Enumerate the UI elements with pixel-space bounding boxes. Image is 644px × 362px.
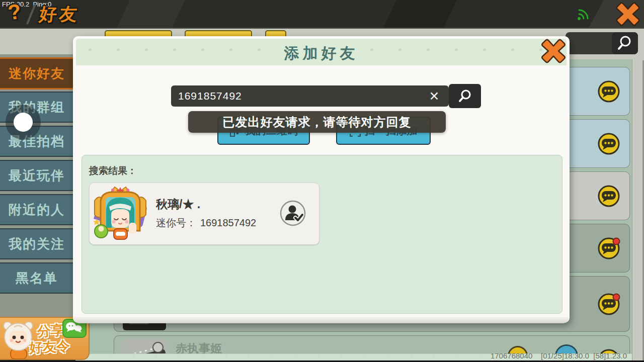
player-id-value: 1691857492 xyxy=(200,217,256,228)
add-friend-modal: 添加好友 1691857492 ✕ 我的二维码 xyxy=(73,36,570,323)
titlebar-decor xyxy=(383,0,457,28)
sidebar-tab-3[interactable]: 最近玩伴 xyxy=(0,160,74,191)
modal-3d-edge xyxy=(74,317,569,323)
screen: 赤执事姬 1706768040 [01/25]18:30.0 [58]1.23.… xyxy=(0,0,644,362)
touch-indicator-dot xyxy=(14,113,33,132)
friend-search-bar[interactable] xyxy=(566,32,638,54)
sidebar-tab-6[interactable]: 黑名单 xyxy=(0,262,74,294)
search-results-panel: 搜索结果： xyxy=(82,155,562,314)
modal-title: 添加好友 xyxy=(76,43,567,64)
mini-id-search-input[interactable]: 1691857492 ✕ xyxy=(171,85,449,107)
sidebar-tab-label: 附近的人 xyxy=(9,201,65,219)
magnifier-icon xyxy=(457,88,472,104)
network-signal-icon xyxy=(576,7,591,22)
chat-bubble-icon[interactable] xyxy=(597,237,620,260)
search-icon[interactable] xyxy=(612,32,638,54)
page-title: 好友 xyxy=(38,3,81,26)
player-result-card: 秋璃/★ . 迷你号：1691857492 xyxy=(89,183,319,245)
sidebar-tab-label: 迷你好友 xyxy=(9,65,65,82)
chat-bubble-icon[interactable] xyxy=(597,80,620,103)
sidebar-tab-0[interactable]: 迷你好友 xyxy=(0,57,74,89)
player-name: 秋璃/★ . xyxy=(156,197,200,212)
sidebar: 迷你好友我的群组最佳拍档最近玩伴附近的人我的关注黑名单 xyxy=(0,54,75,358)
results-label: 搜索结果： xyxy=(89,164,137,177)
sidebar-tab-label: 最近玩伴 xyxy=(9,167,65,185)
window-close-icon[interactable] xyxy=(615,2,641,26)
search-input-value: 1691857492 xyxy=(178,85,242,107)
search-submit-button[interactable] xyxy=(449,84,481,108)
status-text: 1706768040 [01/25]18:30.0 [58]1.23.0 xyxy=(75,351,627,360)
share-friend-token-banner[interactable]: 分享 好友令 xyxy=(0,317,90,360)
player-id-label: 迷你号： xyxy=(156,217,196,228)
modal-header: 添加好友 xyxy=(76,39,567,65)
modal-close-icon[interactable] xyxy=(540,39,567,63)
titlebar-decor xyxy=(117,0,185,28)
scrollbar[interactable] xyxy=(632,59,642,360)
sidebar-tab-5[interactable]: 我的关注 xyxy=(0,228,74,259)
chat-bubble-icon[interactable] xyxy=(597,293,620,316)
sidebar-tab-label: 黑名单 xyxy=(16,269,58,287)
clear-input-icon[interactable]: ✕ xyxy=(424,85,445,107)
titlebar: FPS:30.2 Ping:0 ? 好友 xyxy=(0,0,644,28)
friend-added-icon[interactable] xyxy=(279,200,306,227)
chat-bubble-icon[interactable] xyxy=(597,132,620,155)
player-id: 迷你号：1691857492 xyxy=(156,216,256,230)
sidebar-tab-label: 我的关注 xyxy=(9,235,65,253)
sidebar-tab-4[interactable]: 附近的人 xyxy=(0,194,74,225)
banner-line2: 好友令 xyxy=(29,337,70,357)
chat-bubble-icon[interactable] xyxy=(597,185,620,208)
player-avatar xyxy=(94,187,147,240)
toast-message: 已发出好友请求，请等待对方回复 xyxy=(188,111,446,133)
